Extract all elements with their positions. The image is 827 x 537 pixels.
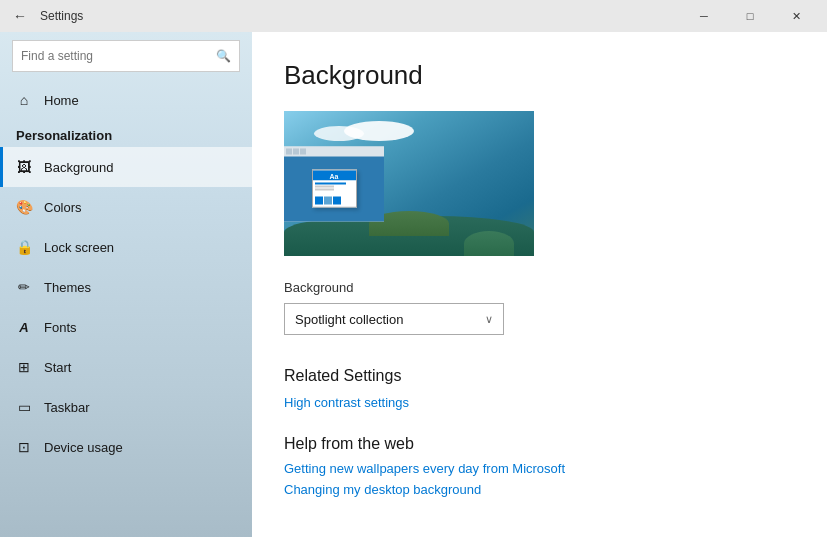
preview-line-3 <box>315 189 335 191</box>
app-body: 🔍 ⌂ Home Personalization 🖼 Background 🎨 … <box>0 32 827 537</box>
search-box[interactable]: 🔍 <box>12 40 240 72</box>
dropdown-value: Spotlight collection <box>295 312 403 327</box>
themes-icon: ✏ <box>16 279 32 295</box>
preview-line-1 <box>315 183 346 185</box>
sidebar-item-home[interactable]: ⌂ Home <box>0 80 252 120</box>
preview-line-2 <box>315 186 335 188</box>
close-button[interactable]: ✕ <box>773 0 819 32</box>
main-content: Background Aa <box>252 32 827 537</box>
background-setting-label: Background <box>284 280 795 295</box>
taskbar-dot-3 <box>300 148 306 154</box>
preview-tiles <box>315 197 354 205</box>
background-dropdown[interactable]: Spotlight collection ∨ <box>284 303 504 335</box>
page-title: Background <box>284 60 795 91</box>
lockscreen-icon: 🔒 <box>16 239 32 255</box>
sidebar-item-themes[interactable]: ✏ Themes <box>0 267 252 307</box>
sidebar-item-label-lockscreen: Lock screen <box>44 240 114 255</box>
window-controls: ─ □ ✕ <box>681 0 819 32</box>
preview-taskbar <box>284 146 384 156</box>
sidebar-item-lockscreen[interactable]: 🔒 Lock screen <box>0 227 252 267</box>
sidebar-item-colors[interactable]: 🎨 Colors <box>0 187 252 227</box>
island-shape-2 <box>464 231 514 256</box>
search-input[interactable] <box>21 49 216 63</box>
preview-window-title: Aa <box>313 171 356 181</box>
tile-2 <box>324 197 332 205</box>
background-preview: Aa <box>284 111 534 256</box>
titlebar: ← Settings ─ □ ✕ <box>0 0 827 32</box>
sidebar-item-start[interactable]: ⊞ Start <box>0 347 252 387</box>
start-icon: ⊞ <box>16 359 32 375</box>
sidebar-item-label-colors: Colors <box>44 200 82 215</box>
help-link-1[interactable]: Getting new wallpapers every day from Mi… <box>284 461 795 476</box>
sidebar-item-label-home: Home <box>44 93 79 108</box>
taskbar-dot-1 <box>286 148 292 154</box>
preview-window-body <box>313 181 356 207</box>
back-button[interactable]: ← <box>8 4 32 28</box>
sidebar-item-background[interactable]: 🖼 Background <box>0 147 252 187</box>
titlebar-title: Settings <box>40 9 681 23</box>
fonts-icon: A <box>16 319 32 335</box>
cloud-2 <box>344 121 414 141</box>
home-icon: ⌂ <box>16 92 32 108</box>
sidebar-item-fonts[interactable]: A Fonts <box>0 307 252 347</box>
sidebar-item-taskbar[interactable]: ▭ Taskbar <box>0 387 252 427</box>
preview-window-overlay: Aa <box>284 146 384 221</box>
minimize-button[interactable]: ─ <box>681 0 727 32</box>
maximize-button[interactable]: □ <box>727 0 773 32</box>
sidebar-item-label-themes: Themes <box>44 280 91 295</box>
taskbar-dot-2 <box>293 148 299 154</box>
chevron-down-icon: ∨ <box>485 313 493 326</box>
sidebar-item-label-fonts: Fonts <box>44 320 77 335</box>
sidebar-item-label-taskbar: Taskbar <box>44 400 90 415</box>
help-link-2[interactable]: Changing my desktop background <box>284 482 795 497</box>
sidebar-item-label-background: Background <box>44 160 113 175</box>
related-settings-title: Related Settings <box>284 367 795 385</box>
preview-window: Aa <box>312 170 357 208</box>
preview-desktop: Aa <box>284 156 384 221</box>
sidebar-section-label: Personalization <box>0 120 252 147</box>
help-section-title: Help from the web <box>284 435 795 453</box>
sidebar-item-label-deviceusage: Device usage <box>44 440 123 455</box>
sidebar: 🔍 ⌂ Home Personalization 🖼 Background 🎨 … <box>0 32 252 537</box>
sidebar-item-label-start: Start <box>44 360 71 375</box>
tile-1 <box>315 197 323 205</box>
background-icon: 🖼 <box>16 159 32 175</box>
taskbar-icon: ▭ <box>16 399 32 415</box>
colors-icon: 🎨 <box>16 199 32 215</box>
search-icon: 🔍 <box>216 49 231 63</box>
tile-3 <box>333 197 341 205</box>
high-contrast-link[interactable]: High contrast settings <box>284 395 409 410</box>
sidebar-item-deviceusage[interactable]: ⊡ Device usage <box>0 427 252 467</box>
deviceusage-icon: ⊡ <box>16 439 32 455</box>
